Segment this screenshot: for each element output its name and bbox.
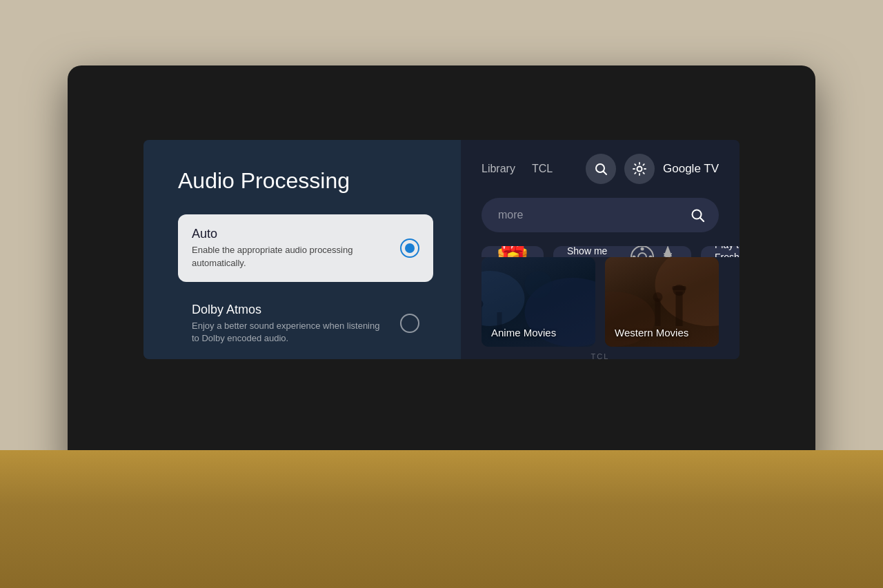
radio-dolby-unselected — [400, 314, 419, 333]
option-auto-desc: Enable the appropriate audio processing … — [192, 244, 385, 269]
wood-table — [0, 450, 883, 588]
tv-bezel: Audio Processing Auto Enable the appropr… — [68, 65, 815, 478]
search-submit-icon[interactable] — [690, 207, 705, 223]
room-container: Audio Processing Auto Enable the appropr… — [0, 0, 883, 588]
western-label: Western Movies — [615, 327, 688, 338]
google-tv-panel: Library TCL — [461, 140, 740, 359]
option-dolby-text: Dolby Atmos Enjoy a better sound experie… — [192, 303, 385, 345]
svg-line-1 — [604, 172, 607, 175]
search-magnifier-icon — [690, 207, 705, 223]
google-tv-label: Google TV — [663, 162, 719, 176]
svg-point-19 — [525, 271, 553, 298]
svg-line-4 — [700, 218, 704, 221]
tcl-bottom-label: TCL — [461, 347, 740, 359]
gear-icon — [632, 161, 647, 176]
option-auto-name: Auto — [192, 227, 385, 241]
header-right: Google TV — [586, 154, 719, 184]
content-section: Anime Movies — [461, 257, 740, 347]
suggestion-french-films[interactable]: Show me French films — [553, 246, 691, 257]
tv-screen: Audio Processing Auto Enable the appropr… — [143, 140, 740, 359]
anime-thumbnail: Anime Movies — [482, 257, 595, 347]
svg-point-7 — [641, 247, 644, 251]
svg-point-2 — [637, 167, 642, 172]
suggestion-gift[interactable]: 🎁 — [482, 246, 544, 257]
option-auto[interactable]: Auto Enable the appropriate audio proces… — [178, 214, 433, 281]
film-reel-icon — [629, 246, 655, 257]
svg-rect-29 — [655, 298, 661, 326]
option-dolby-atmos[interactable]: Dolby Atmos Enjoy a better sound experie… — [178, 290, 433, 357]
search-icon-button[interactable] — [586, 154, 616, 184]
nav-items: Library TCL — [482, 159, 553, 179]
tv-header: Library TCL — [461, 140, 740, 198]
content-row: Anime Movies — [482, 257, 719, 347]
anime-label: Anime Movies — [491, 327, 556, 338]
option-dolby-desc: Enjoy a better sound experience when lis… — [192, 320, 385, 345]
svg-rect-20 — [482, 305, 482, 333]
svg-point-30 — [653, 292, 663, 302]
nav-item-tcl[interactable]: TCL — [532, 159, 553, 179]
nav-item-library[interactable]: Library — [482, 159, 515, 179]
content-card-anime[interactable]: Anime Movies — [482, 257, 595, 347]
suggestion-fresh-air[interactable]: Play the Fresh Air podcast — [701, 246, 740, 257]
audio-panel-title: Audio Processing — [178, 168, 433, 194]
suggestion-fresh-air-text: Play the Fresh Air podcast — [715, 246, 740, 257]
search-placeholder: more — [498, 209, 523, 221]
option-dolby-name: Dolby Atmos — [192, 303, 385, 317]
gift-icon: 🎁 — [495, 246, 530, 257]
audio-processing-panel: Audio Processing Auto Enable the appropr… — [143, 140, 461, 359]
french-film-icons — [629, 246, 677, 257]
option-dts-virtual[interactable]: DTS Virtual:X Enjoy a better sound exper… — [178, 357, 433, 359]
content-card-western[interactable]: Western Movies — [605, 257, 719, 347]
settings-icon-button[interactable] — [624, 154, 655, 184]
suggestion-french-text: Show me French films — [567, 246, 622, 257]
radio-auto-selected — [400, 239, 419, 258]
option-auto-text: Auto Enable the appropriate audio proces… — [192, 227, 385, 269]
svg-rect-28 — [673, 286, 686, 290]
suggestions-row: 🎁 Show me French films — [461, 246, 740, 257]
eiffel-tower-icon — [658, 246, 677, 257]
svg-rect-26 — [676, 292, 683, 326]
western-thumbnail: Western Movies — [605, 257, 719, 347]
search-bar[interactable]: more — [482, 198, 719, 232]
search-icon — [594, 162, 608, 176]
